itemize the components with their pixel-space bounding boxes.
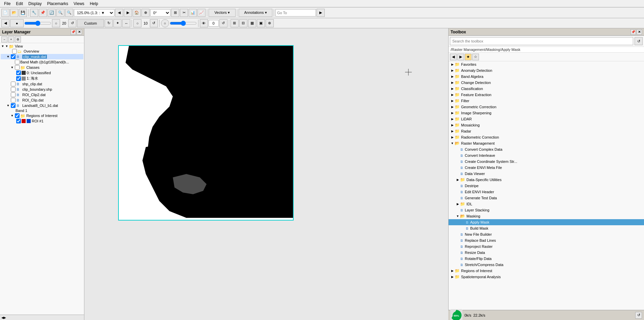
nav-btn-2[interactable]: ▶: [124, 9, 132, 17]
tool-classification[interactable]: ▶ 📁 Classification: [449, 86, 644, 92]
tb2-btn-9[interactable]: ↺: [150, 19, 158, 27]
tool-data-viewer[interactable]: 🗎 Data Viewer: [449, 171, 644, 177]
tb2-expand[interactable]: ⊞: [231, 19, 239, 27]
band-math-checkbox[interactable]: [15, 60, 20, 64]
tool-image-sharpening[interactable]: ▶ 📁 Image Sharpening: [449, 110, 644, 116]
tree-roi1[interactable]: ROI #1: [1, 118, 83, 124]
tool-convert-complex[interactable]: 🗎 Convert Complex Data: [449, 146, 644, 152]
tb2-btn-3[interactable]: ○: [52, 19, 60, 27]
roi-folder-checkbox[interactable]: [15, 113, 20, 118]
tool-generate-test[interactable]: 🗎 Generate Test Data: [449, 195, 644, 201]
menu-display[interactable]: Display: [26, 1, 44, 7]
slider2[interactable]: [170, 21, 197, 26]
tree-clip-boundary[interactable]: 🗎 clip_boundary.shp: [1, 87, 83, 92]
tool-raster-management[interactable]: ▼ 📂 Raster Management: [449, 140, 644, 146]
tree-unclassified[interactable]: 0: Unclassified: [1, 70, 83, 76]
tool-replace-bad-lines[interactable]: 🗎 Replace Bad Lines: [449, 237, 644, 243]
map-area[interactable]: [84, 28, 448, 320]
layer-expand-all[interactable]: +: [8, 36, 14, 42]
tool-reproject-raster[interactable]: 🗎 Reproject Raster: [449, 243, 644, 250]
tool-btn-8[interactable]: 📈: [197, 9, 206, 17]
roi1-checkbox[interactable]: [16, 119, 21, 123]
tool-btn-3[interactable]: 🔄: [48, 9, 56, 17]
tool-data-specific[interactable]: ▶ 📁 Data-Specific Utilities: [449, 177, 644, 183]
tool-apply-mask[interactable]: 🗎 Apply Mask: [449, 219, 644, 225]
goto-btn[interactable]: ▶: [317, 9, 325, 17]
roi-clip2-checkbox[interactable]: [11, 92, 16, 97]
tb2-btn-12[interactable]: ▣: [257, 19, 265, 27]
tool-geometric-correction[interactable]: ▶ 📁 Geometric Correction: [449, 104, 644, 110]
tree-band1[interactable]: Band 1: [1, 108, 83, 113]
overview-checkbox[interactable]: [12, 49, 17, 54]
nav-btn-1[interactable]: ◀: [115, 9, 123, 17]
tool-create-envi-meta[interactable]: 🗎 Create ENVI Meta File: [449, 165, 644, 171]
tool-spatiotemporal[interactable]: ▶ 📁 Spatiotemporal Analysis: [449, 274, 644, 280]
map-canvas[interactable]: [118, 45, 294, 221]
tool-btn-5[interactable]: ⊞: [171, 9, 179, 17]
tool-stretch-compress[interactable]: 🗎 Stretch/Compress Data: [449, 262, 644, 268]
toolbox-refresh-btn[interactable]: ↺: [635, 37, 643, 45]
tree-seawater[interactable]: 1: 海水: [1, 76, 83, 81]
tree-roi-clip[interactable]: 🗎 ROI_Clip.dat: [1, 97, 83, 103]
tool-favorites[interactable]: ▶ 📁 Favorites: [449, 61, 644, 67]
menu-file[interactable]: File: [1, 1, 13, 7]
tool-convert-interleave[interactable]: 🗎 Convert Interleave: [449, 152, 644, 158]
view-expand-icon[interactable]: ▼: [1, 44, 5, 48]
tool-band-algebra[interactable]: ▶ 📁 Band Algebra: [449, 74, 644, 80]
landsat-expand[interactable]: ▼: [6, 104, 10, 108]
tool-btn-7[interactable]: 📊: [189, 9, 197, 17]
tb2-btn-10[interactable]: ↺: [219, 19, 227, 27]
tool-resize-data[interactable]: 🗎 Resize Data: [449, 250, 644, 256]
classes-checkbox[interactable]: [15, 65, 20, 70]
tree-clip-mask[interactable]: ▼ 🗎 clip_mask.dat: [1, 54, 83, 59]
shp-clip-checkbox[interactable]: [11, 82, 16, 86]
tree-landsat[interactable]: ▼ 🗎 Landsat8_OLI_b1.dat: [1, 103, 83, 108]
status-refresh-btn[interactable]: ↺: [635, 312, 642, 319]
tb2-num3-input[interactable]: [209, 20, 219, 27]
tool-change-detection[interactable]: ▶ 📁 Change Detection: [449, 80, 644, 86]
tb2-btn-2[interactable]: ●: [10, 19, 24, 27]
tree-classes[interactable]: ▼ 📁 Classes: [1, 65, 83, 70]
angle-dropdown[interactable]: 0°: [150, 9, 170, 17]
tool-radiometric-correction[interactable]: ▶ 📁 Radiometric Correction: [449, 134, 644, 140]
toolbox-star2-btn[interactable]: ☆: [472, 54, 479, 60]
slider1[interactable]: [24, 21, 51, 26]
tool-mosaicking[interactable]: ▶ 📁 Mosaicking: [449, 122, 644, 128]
unclassified-checkbox[interactable]: [16, 70, 21, 75]
nav-btn-4[interactable]: ⊕: [141, 9, 150, 17]
tool-destripe[interactable]: 🗎 Destripe: [449, 183, 644, 189]
roi-clip-checkbox[interactable]: [11, 98, 16, 103]
open-btn[interactable]: 📂: [10, 9, 18, 17]
tool-layer-stacking[interactable]: 🗎 Layer Stacking: [449, 207, 644, 213]
goto-input[interactable]: [275, 9, 316, 17]
tool-idl[interactable]: ▶ 📁 IDL: [449, 201, 644, 207]
toolbox-pin[interactable]: 📌: [630, 29, 636, 35]
annotations-btn[interactable]: Annotations ▾: [239, 9, 272, 17]
tb2-btn-5[interactable]: ↻: [105, 19, 113, 27]
layer-manager-scrollbar[interactable]: ◀▶: [0, 315, 84, 320]
tb2-btn-11[interactable]: ▦: [248, 19, 256, 27]
vectors-btn[interactable]: Vectors ▾: [209, 9, 236, 17]
menu-help[interactable]: Help: [87, 1, 101, 7]
layer-manager-pin[interactable]: 📌: [71, 29, 76, 35]
classes-expand[interactable]: ▼: [10, 65, 14, 69]
view-expand2-icon[interactable]: ▼: [5, 44, 9, 48]
tb2-btn-4[interactable]: ↺: [68, 19, 76, 27]
save-btn[interactable]: 💾: [19, 9, 27, 17]
tool-filter[interactable]: ▶ 📁 Filter: [449, 98, 644, 104]
tb2-btn-7[interactable]: ↔: [122, 19, 130, 27]
custom-btn[interactable]: Custom: [77, 19, 104, 27]
menu-views[interactable]: Views: [71, 1, 87, 7]
tool-btn-4[interactable]: 🔍: [56, 9, 64, 17]
tool-radar[interactable]: ▶ 📁 Radar: [449, 128, 644, 134]
layer-collapse-all[interactable]: −: [1, 36, 7, 42]
tree-roi-clip2[interactable]: 🗎 ROI_Clip2.dat: [1, 92, 83, 97]
tb2-btn-6[interactable]: ✦: [113, 19, 122, 27]
tree-roi-folder[interactable]: ▼ 📁 Regions of Interest: [1, 113, 83, 118]
tool-anomaly[interactable]: ▶ 📁 Anomaly Detection: [449, 67, 644, 74]
tb2-eye[interactable]: 👁: [200, 19, 208, 27]
tool-edit-envi-header[interactable]: 🗎 Edit ENVI Header: [449, 189, 644, 195]
menu-placemarks[interactable]: Placemarks: [44, 1, 71, 7]
zoom-out-btn[interactable]: 🔍: [65, 9, 73, 17]
tool-new-file-builder[interactable]: 🗎 New File Builder: [449, 231, 644, 237]
